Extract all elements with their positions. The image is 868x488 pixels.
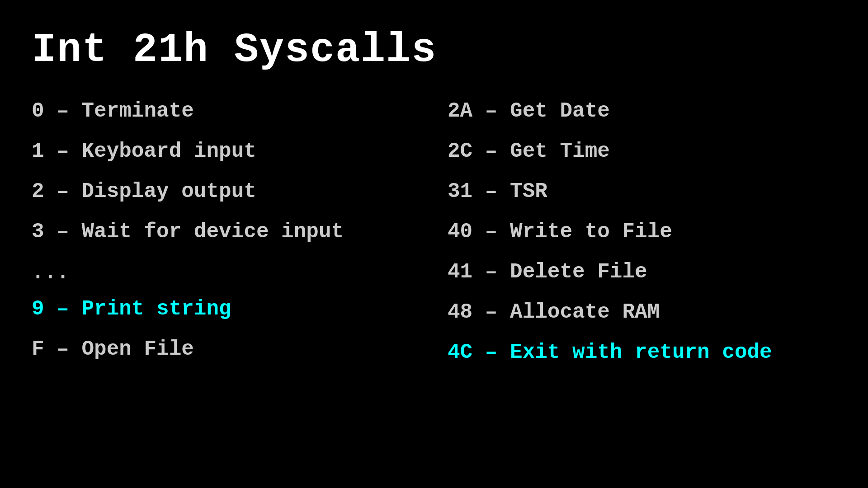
syscall-item-item-2: 2 – Display output (32, 176, 420, 207)
syscall-item-item-1: 1 – Keyboard input (32, 136, 420, 167)
syscall-item-item-31: 31 – TSR (448, 176, 836, 207)
syscall-item-item-2c: 2C – Get Time (448, 136, 836, 167)
syscall-item-item-0: 0 – Terminate (32, 96, 420, 127)
syscall-item-item-ellipsis: ... (32, 261, 420, 285)
syscall-item-item-9: 9 – Print string (32, 294, 420, 325)
syscall-item-item-2a: 2A – Get Date (448, 96, 836, 127)
syscall-item-item-40: 40 – Write to File (448, 216, 836, 248)
left-column: 0 – Terminate1 – Keyboard input2 – Displ… (32, 96, 420, 373)
syscall-item-item-41: 41 – Delete File (448, 257, 836, 288)
right-column: 2A – Get Date2C – Get Time31 – TSR40 – W… (448, 96, 836, 373)
content-grid: 0 – Terminate1 – Keyboard input2 – Displ… (32, 96, 836, 373)
syscall-item-item-48: 48 – Allocate RAM (448, 297, 836, 328)
page-title: Int 21h Syscalls (32, 27, 836, 73)
page: Int 21h Syscalls 0 – Terminate1 – Keyboa… (0, 0, 868, 488)
syscall-item-item-4c: 4C – Exit with return code (448, 337, 836, 368)
syscall-item-item-3: 3 – Wait for device input (32, 216, 420, 248)
syscall-item-item-f: F – Open File (32, 334, 420, 365)
